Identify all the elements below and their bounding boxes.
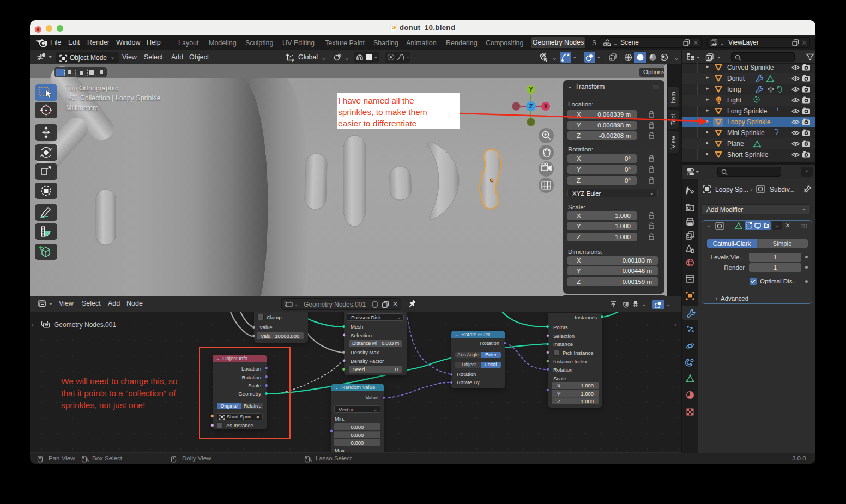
svg-text:X: X: [544, 104, 548, 110]
svg-text:Y: Y: [529, 87, 533, 93]
svg-text:Z: Z: [529, 104, 533, 110]
